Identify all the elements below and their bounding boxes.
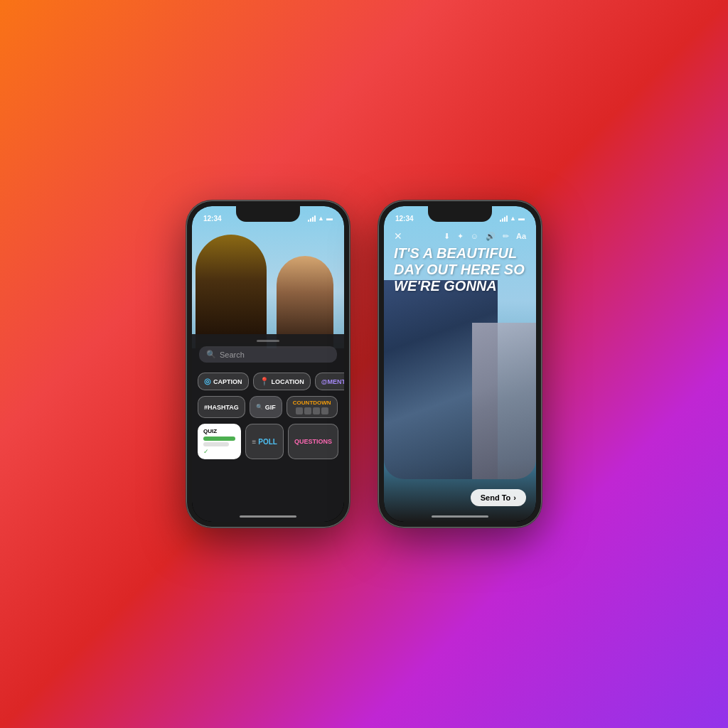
countdown-block-1	[296, 407, 303, 414]
phone-2-screen: 12:34 ▲ ▬ ✕ ⬇ ✦ ☺ 🔊	[384, 206, 536, 522]
mention-label: @MENTION	[321, 378, 344, 385]
status-icons-1: ▲ ▬	[308, 215, 333, 222]
phone-1-screen: 12:34 ▲ ▬ 🔍	[192, 206, 344, 522]
close-button[interactable]: ✕	[394, 230, 402, 242]
sticker-panel: 🔍 Search ◎ CAPTION 📍 LOCATION @MENTION	[192, 334, 344, 522]
caption-icon: ◎	[204, 377, 211, 386]
hashtag-label: #HASHTAG	[204, 404, 239, 411]
poll-sticker[interactable]: ≡ POLL	[245, 424, 284, 459]
signal-icon-1	[308, 215, 316, 222]
countdown-block-2	[304, 407, 311, 414]
quiz-title: QUIZ	[203, 428, 235, 434]
quiz-sticker[interactable]: QUIZ ✓	[198, 424, 241, 459]
questions-label: QUESTIONS	[294, 438, 332, 445]
search-gif-icon: 🔍	[256, 404, 263, 410]
quiz-bars	[203, 437, 235, 446]
countdown-block-3	[313, 407, 320, 414]
phone-1: 12:34 ▲ ▬ 🔍	[186, 200, 350, 528]
toolbar-right-icons: ⬇ ✦ ☺ 🔊 ✏ Aa	[444, 232, 526, 241]
questions-sticker[interactable]: QUESTIONS	[288, 424, 338, 459]
hashtag-sticker[interactable]: #HASHTAG	[198, 396, 245, 418]
gif-sticker[interactable]: 🔍 GIF	[250, 396, 282, 418]
person-left-silhouette	[196, 235, 267, 348]
sticker-grid: ◎ CAPTION 📍 LOCATION @MENTION #HASHTAG	[192, 370, 344, 462]
phone-2: 12:34 ▲ ▬ ✕ ⬇ ✦ ☺ 🔊	[378, 200, 542, 528]
caption-sticker[interactable]: ◎ CAPTION	[198, 373, 249, 390]
people-photo-1	[192, 220, 344, 348]
send-to-button[interactable]: Send To ›	[471, 489, 526, 506]
location-sticker[interactable]: 📍 LOCATION	[253, 373, 311, 390]
wifi-icon-1: ▲	[318, 215, 324, 222]
poll-icon: ≡	[252, 438, 256, 446]
search-icon: 🔍	[206, 350, 216, 359]
countdown-label: COUNTDOWN	[293, 400, 331, 406]
battery-icon-1: ▬	[326, 215, 333, 222]
text-size-icon[interactable]: Aa	[516, 232, 526, 240]
phone-1-notch	[236, 206, 300, 222]
status-time-1: 12:34	[203, 215, 222, 223]
handwriting-icon[interactable]: ✏	[503, 232, 509, 241]
countdown-blocks	[296, 407, 328, 414]
sticker-row-2: #HASHTAG 🔍 GIF COUNTDOWN	[198, 396, 338, 418]
status-time-2: 12:34	[395, 215, 414, 223]
location-label: LOCATION	[272, 378, 304, 385]
download-icon[interactable]: ⬇	[444, 232, 450, 241]
sticker-search-bar[interactable]: 🔍 Search	[199, 346, 337, 363]
poll-label: POLL	[258, 438, 277, 446]
search-placeholder: Search	[220, 350, 245, 359]
quiz-check-icon: ✓	[203, 448, 235, 455]
mention-sticker[interactable]: @MENTION	[315, 373, 344, 390]
sticker-row-3: QUIZ ✓ ≡ POLL QUESTIONS	[198, 424, 338, 459]
countdown-sticker[interactable]: COUNTDOWN	[287, 396, 338, 418]
story-toolbar: ✕ ⬇ ✦ ☺ 🔊 ✏ Aa	[384, 228, 536, 245]
location-icon: 📍	[259, 377, 269, 386]
caption-label: CAPTION	[213, 378, 242, 385]
gif-label: GIF	[265, 404, 276, 411]
chevron-right-icon: ›	[513, 493, 516, 502]
quiz-bar-1	[203, 437, 235, 441]
status-icons-2: ▲ ▬	[500, 215, 525, 222]
story-person-right	[472, 323, 536, 479]
face-icon[interactable]: ☺	[471, 232, 478, 240]
home-indicator-1	[240, 515, 296, 518]
countdown-block-4	[321, 407, 328, 414]
sticker-row-1: ◎ CAPTION 📍 LOCATION @MENTION	[198, 373, 338, 390]
send-to-label: Send To	[481, 493, 511, 502]
sparkles-icon[interactable]: ✦	[457, 232, 464, 241]
story-caption-text: IT'S A BEAUTIFUL DAY OUT HERE SO WE'RE G…	[394, 245, 526, 294]
quiz-bar-2	[203, 442, 229, 446]
battery-icon-2: ▬	[518, 215, 525, 222]
panel-handle	[257, 340, 279, 342]
speaker-icon[interactable]: 🔊	[486, 232, 496, 241]
phone-2-notch	[428, 206, 492, 222]
home-indicator-2	[432, 515, 488, 518]
signal-icon-2	[500, 215, 508, 222]
wifi-icon-2: ▲	[510, 215, 516, 222]
